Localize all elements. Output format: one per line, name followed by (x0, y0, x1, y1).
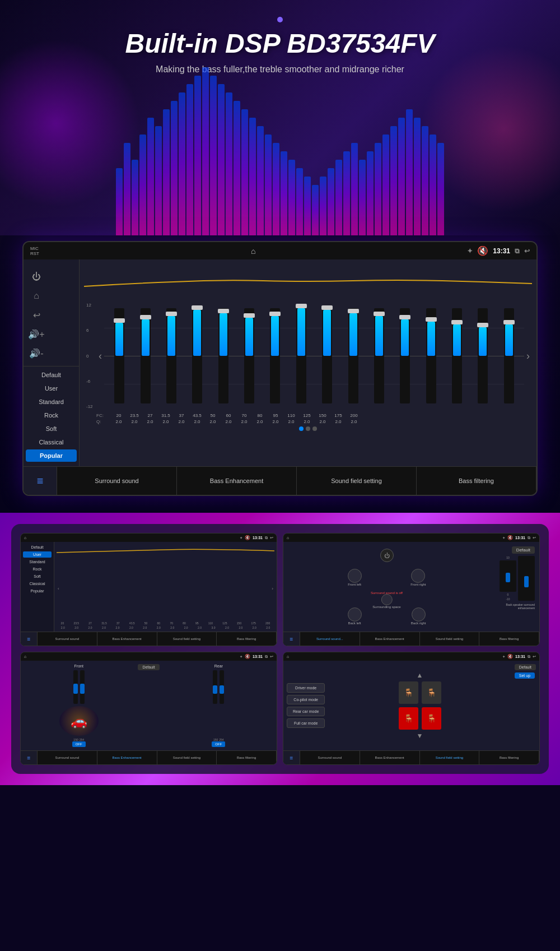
seat-copilot[interactable]: 🪑 (422, 681, 441, 704)
front-v-slider-1[interactable] (73, 670, 78, 704)
hero-dot (277, 17, 283, 22)
mini-preset-soft-1[interactable]: Soft (23, 573, 52, 579)
mini-tab-icon-4[interactable]: ≡ (283, 751, 300, 764)
fc-27: 27 (142, 413, 158, 418)
eq-nav-left[interactable]: ‹ (96, 300, 104, 412)
rear-car-mode-btn[interactable]: Rear car mode (287, 707, 325, 716)
mini-tab-bass-1[interactable]: Bass Enhancement (97, 632, 157, 646)
eq-track-125hz (426, 308, 436, 403)
sf-default-btn[interactable]: Default (512, 546, 535, 554)
mini-preset-standard-1[interactable]: Standard (23, 559, 52, 565)
mini-preset-classical-1[interactable]: Classical (23, 581, 52, 587)
mini-home-3: ⌂ (24, 655, 26, 658)
sf-slider-2[interactable] (518, 556, 535, 601)
tab-surround-sound[interactable]: Surround sound (57, 467, 177, 495)
eq-bar-175hz[interactable] (475, 300, 491, 412)
mini-tab-sf-1[interactable]: Sound field setting (157, 632, 217, 646)
mini-preset-rock-1[interactable]: Rock (23, 566, 52, 572)
tab-bass-enhancement[interactable]: Bass Enhancement (177, 467, 297, 495)
mini-tab-sf-4[interactable]: Sound field setting (420, 751, 480, 764)
mini-tab-bass-3[interactable]: Bass Enhancement (97, 751, 157, 764)
preset-rock[interactable]: Rock (26, 409, 77, 421)
tab-bass-filtering[interactable]: Bass filtering (417, 467, 536, 495)
power-icon[interactable]: ⏻ (28, 268, 45, 285)
eq-bar-43hz[interactable] (241, 300, 257, 412)
preset-classical[interactable]: Classical (26, 436, 77, 448)
mini-preset-popular-1[interactable]: Popular (23, 588, 52, 594)
mini-tab-icon-2[interactable]: ≡ (283, 632, 300, 646)
eq-bar-31hz[interactable] (189, 300, 205, 412)
mini-tab-filter-1[interactable]: Bass filtering (217, 632, 277, 646)
sf-slider-1[interactable] (500, 560, 516, 592)
eq-bar-110hz[interactable] (397, 300, 413, 412)
mini-tab-bass-4[interactable]: Bass Enhancement (360, 751, 420, 764)
preset-user[interactable]: User (26, 382, 77, 395)
eq-bar-27hz[interactable] (164, 300, 179, 412)
eq-tab-icon-btn[interactable]: ≡ (24, 467, 57, 495)
mode-nav-down[interactable]: ▼ (417, 732, 423, 740)
mini-tab-filter-4[interactable]: Bass filtering (479, 751, 539, 764)
front-v-slider-2[interactable] (80, 670, 85, 704)
rear-v-slider-2[interactable] (220, 670, 224, 704)
mode-default-btn[interactable]: Default (515, 664, 536, 670)
eq-bar-200hz[interactable] (501, 300, 517, 412)
mini-preset-user-1[interactable]: User (23, 551, 52, 558)
mini-tab-surround-4[interactable]: Surround sound (300, 751, 360, 764)
vol-up-icon[interactable]: 🔊+ (28, 326, 45, 342)
eq-bar-37hz[interactable] (216, 300, 231, 412)
seat-rear-left[interactable]: 🪑 (399, 707, 418, 730)
mini-preset-default-1[interactable]: Default (23, 544, 52, 550)
mini-tab-filter-3[interactable]: Bass filtering (217, 751, 277, 764)
full-car-mode-btn[interactable]: Full car mode (287, 718, 325, 728)
home-icon[interactable]: ⌂ (251, 247, 255, 256)
tab-sound-field[interactable]: Sound field setting (297, 467, 417, 495)
preset-standard[interactable]: Standard (26, 396, 77, 408)
preset-soft[interactable]: Soft (26, 423, 77, 435)
eq-bar-23hz[interactable] (138, 300, 153, 412)
mini-tab-icon-1[interactable]: ≡ (21, 632, 38, 646)
eq-nav-right[interactable]: › (524, 300, 532, 412)
eq-bar-20hz[interactable] (111, 300, 127, 412)
status-left-labels: MIC RST (30, 246, 39, 256)
home-nav-icon[interactable]: ⌂ (28, 287, 45, 304)
eq-bar-150hz[interactable] (449, 300, 465, 412)
vol-down-icon[interactable]: 🔊- (28, 345, 45, 361)
eq-bar-60hz[interactable] (293, 300, 309, 412)
back-icon[interactable]: ↩ (524, 247, 530, 255)
rear-v-slider-1[interactable] (213, 670, 217, 704)
mini-tab-filter-2[interactable]: Bass filtering (479, 632, 539, 646)
mute-icon[interactable]: 🔇 (477, 245, 488, 256)
mode-nav-up[interactable]: ▲ (417, 671, 423, 679)
bass-default-btn[interactable]: Default (138, 664, 159, 670)
preset-default[interactable]: Default (26, 369, 77, 381)
mini-back-1: ↩ (270, 536, 273, 540)
mini-tab-surround-2[interactable]: Surround sound... (300, 632, 360, 646)
mode-setup-btn[interactable]: Set up (515, 672, 535, 679)
copilot-mode-btn[interactable]: Co-pilot mode (287, 695, 325, 704)
eq-dot-2[interactable] (306, 426, 310, 431)
mini-status-right-1: ✦ 🔇 13:31 ⧉ ↩ (240, 535, 273, 540)
eq-bar-80hz[interactable] (346, 300, 361, 412)
eq-bar-70hz[interactable] (319, 300, 335, 412)
mini-tab-icon-3[interactable]: ≡ (21, 751, 38, 764)
mini-tab-sf-3[interactable]: Sound field setting (157, 751, 217, 764)
eq-dot-1[interactable] (299, 426, 304, 431)
eq-dot-3[interactable] (312, 426, 317, 431)
mini-tab-sf-2[interactable]: Sound field setting (420, 632, 480, 646)
eq-bar-95hz[interactable] (371, 300, 387, 412)
seat-driver[interactable]: 🪑 (399, 681, 418, 704)
mini-tab-bass-2[interactable]: Bass Enhancement (360, 632, 420, 646)
copy-icon[interactable]: ⧉ (515, 247, 520, 255)
seat-rear-right[interactable]: 🪑 (422, 707, 441, 730)
mini-tab-surround-3[interactable]: Surround sound (38, 751, 97, 764)
bass-off-btn-rear[interactable]: OFF (212, 741, 225, 747)
back-nav-icon[interactable]: ↩ (28, 307, 45, 323)
eq-bar-50hz[interactable] (267, 300, 283, 412)
sf-power-btn[interactable]: ⏻ (380, 549, 394, 562)
driver-mode-btn[interactable]: Driver mode (287, 683, 325, 693)
preset-popular[interactable]: Popular (26, 449, 77, 462)
mini-tab-surround-1[interactable]: Surround sound (38, 632, 97, 646)
bass-off-btn-front[interactable]: OFF (72, 741, 86, 747)
eq-bar-125hz[interactable] (423, 300, 439, 412)
eq-fc-row: FC: 20 23.5 27 31.5 37 43.5 50 60 70 80 … (96, 412, 532, 419)
